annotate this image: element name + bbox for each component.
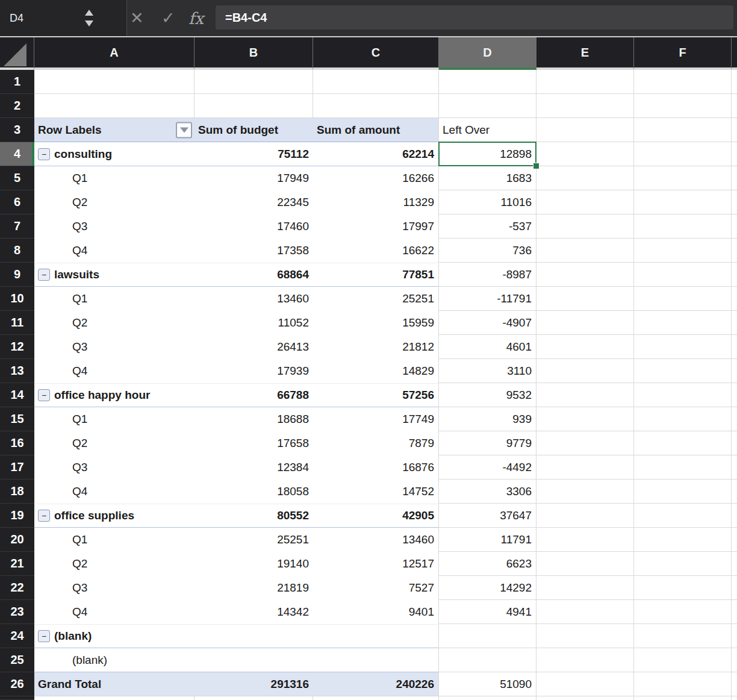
row-header-16[interactable]: 16 [0,431,34,455]
cell-A23[interactable]: Q4 [34,600,194,624]
cell-C12[interactable]: 21812 [313,335,439,359]
cell-B15[interactable]: 18688 [194,407,313,431]
cell-B9[interactable]: 68864 [194,263,313,287]
cell-A16[interactable]: Q2 [34,431,194,455]
cell-F21[interactable] [634,552,732,576]
row-header-2[interactable]: 2 [0,94,34,118]
row-header-22[interactable]: 22 [0,576,34,600]
cell-A21[interactable]: Q2 [34,552,194,576]
row-header-6[interactable]: 6 [0,190,34,214]
cell-A18[interactable]: Q4 [34,480,194,504]
cell-D23[interactable]: 4941 [439,600,536,624]
cell-D17[interactable]: -4492 [439,455,536,480]
cell-D21[interactable]: 6623 [439,552,536,576]
cell-B20[interactable]: 25251 [194,528,313,552]
cell-B11[interactable]: 11052 [194,311,313,335]
cell-B18[interactable]: 18058 [194,480,313,504]
collapse-button[interactable]: − [38,148,50,160]
cell-F2[interactable] [634,94,732,118]
collapse-button[interactable]: − [38,389,50,401]
cell-E24[interactable] [536,624,634,648]
row-header-9[interactable]: 9 [0,263,34,287]
cell-E6[interactable] [536,190,634,214]
cell-C22[interactable]: 7527 [313,576,439,600]
cell-C15[interactable]: 17749 [313,407,439,431]
row-header-11[interactable]: 11 [0,311,34,335]
cell-C5[interactable]: 16266 [313,166,439,190]
cell-F20[interactable] [634,528,732,552]
row-header-14[interactable]: 14 [0,383,34,407]
stepper-down-icon[interactable] [85,20,93,27]
cell-E14[interactable] [536,383,634,407]
cell-E12[interactable] [536,335,634,359]
cell-D3[interactable]: Left Over [439,118,536,142]
cell-A6[interactable]: Q2 [34,190,194,214]
cell-D5[interactable]: 1683 [439,166,536,190]
row-labels-filter-button[interactable] [176,122,192,138]
cell-D14[interactable]: 9532 [439,383,536,407]
cell-B25[interactable] [194,648,313,672]
cell-C26[interactable]: 240226 [313,672,439,696]
stepper-up-icon[interactable] [85,10,93,16]
row-header-12[interactable]: 12 [0,335,34,359]
cell-E2[interactable] [536,94,634,118]
cell-A10[interactable]: Q1 [34,287,194,311]
cell-B13[interactable]: 17939 [194,359,313,383]
cell-B5[interactable]: 17949 [194,166,313,190]
cell-B26[interactable]: 291316 [194,672,313,696]
cell-A19[interactable]: −office supplies [34,504,194,528]
cell-C7[interactable]: 17997 [313,214,439,239]
cell-C25[interactable] [313,648,439,672]
cell-F18[interactable] [634,480,732,504]
cell-F6[interactable] [634,190,732,214]
cell-E19[interactable] [536,504,634,528]
row-header-23[interactable]: 23 [0,600,34,624]
cell-F8[interactable] [634,239,732,263]
cell-F23[interactable] [634,600,732,624]
cell-C10[interactable]: 25251 [313,287,439,311]
cell-E23[interactable] [536,600,634,624]
cell-F9[interactable] [634,263,732,287]
cell-E20[interactable] [536,528,634,552]
cell-B17[interactable]: 12384 [194,455,313,480]
cell-C11[interactable]: 15959 [313,311,439,335]
cell-F1[interactable] [634,70,732,94]
cell-B23[interactable]: 14342 [194,600,313,624]
cell-F5[interactable] [634,166,732,190]
cell-E5[interactable] [536,166,634,190]
row-header-19[interactable]: 19 [0,504,34,528]
cell-D24[interactable] [439,624,536,648]
cell-C14[interactable]: 57256 [313,383,439,407]
row-header-25[interactable]: 25 [0,648,34,672]
row-header-5[interactable]: 5 [0,166,34,190]
cell-A26[interactable]: Grand Total [34,672,194,696]
cell-A20[interactable]: Q1 [34,528,194,552]
row-header-1[interactable]: 1 [0,70,34,94]
cell-C8[interactable]: 16622 [313,239,439,263]
cell-C21[interactable]: 12517 [313,552,439,576]
cell-D9[interactable]: -8987 [439,263,536,287]
row-header-4[interactable]: 4 [0,142,34,166]
cell-D18[interactable]: 3306 [439,480,536,504]
cell-A1[interactable] [34,70,194,94]
cell-F15[interactable] [634,407,732,431]
cell-B22[interactable]: 21819 [194,576,313,600]
cell-E3[interactable] [536,118,634,142]
cell-D20[interactable]: 11791 [439,528,536,552]
row-header-21[interactable]: 21 [0,552,34,576]
collapse-button[interactable]: − [38,510,50,522]
cell-E17[interactable] [536,455,634,480]
insert-function-icon[interactable]: fx [188,0,204,36]
cell-A8[interactable]: Q4 [34,239,194,263]
cell-D12[interactable]: 4601 [439,335,536,359]
cell-D4[interactable]: 12898 [439,142,536,166]
cell-D7[interactable]: -537 [439,214,536,239]
cell-F25[interactable] [634,648,732,672]
row-header-15[interactable]: 15 [0,407,34,431]
cell-D15[interactable]: 939 [439,407,536,431]
cell-C2[interactable] [313,94,439,118]
cell-B16[interactable]: 17658 [194,431,313,455]
cell-D19[interactable]: 37647 [439,504,536,528]
cell-F17[interactable] [634,455,732,480]
name-box[interactable]: D4 [0,0,127,36]
